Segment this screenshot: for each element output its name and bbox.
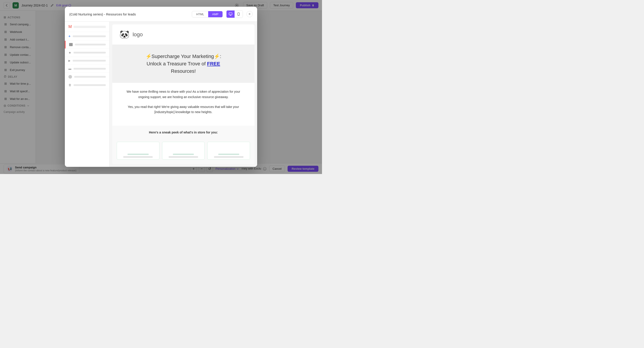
email-sneak-section: Here's a sneak peek of what's in store f…: [112, 126, 254, 139]
trash-icon: 🗑: [68, 83, 71, 87]
email-preview-panel: 🐼 logo ⚡Supercharge Your Marketing⚡: Unl…: [110, 22, 257, 167]
item-text-bar-4: [73, 60, 106, 62]
modal-body: M + ★ ▶: [65, 22, 257, 167]
email-body-paragraph-1: We have some thrilling news to share wit…: [121, 89, 246, 100]
email-client-item-trash[interactable]: 🗑: [65, 81, 109, 89]
card-3-bar-1: [218, 154, 239, 155]
email-sneak-title: Here's a sneak peek of what's in store f…: [120, 130, 247, 134]
document-icon: ▬: [68, 67, 71, 70]
view-controls: [226, 10, 243, 18]
email-body-section: We have some thrilling news to share wit…: [112, 83, 254, 126]
gmail-header-row: M: [65, 22, 109, 32]
tab-amp[interactable]: AMP: [208, 11, 222, 17]
item-text-bar-2: [75, 44, 106, 46]
star-icon: ★: [68, 51, 71, 54]
tab-html[interactable]: HTML: [192, 11, 208, 17]
email-cards-row: [112, 139, 254, 164]
email-card-1: [117, 142, 160, 160]
send-arrow-icon: ▶: [68, 59, 70, 62]
email-subject-bar: [74, 26, 106, 28]
email-client-item-starred[interactable]: ★: [65, 49, 109, 57]
mobile-icon: [238, 13, 240, 16]
format-tab-group: HTML AMP: [192, 11, 223, 18]
google-plus-icon: +: [68, 34, 70, 38]
email-client-panel: M + ★ ▶: [65, 22, 110, 167]
email-content: 🐼 logo ⚡Supercharge Your Marketing⚡: Unl…: [112, 24, 254, 164]
email-client-item-sent[interactable]: ▶: [65, 57, 109, 65]
email-hero-section: ⚡Supercharge Your Marketing⚡: Unlock a T…: [112, 45, 254, 83]
email-card-3: [207, 142, 250, 160]
item-text-bar-5: [74, 68, 106, 70]
modal-header: (Cold Nurturing series) - Resources for …: [65, 7, 257, 22]
desktop-icon: [229, 13, 232, 16]
modal-close-button[interactable]: ×: [246, 11, 253, 17]
card-2-bar-1: [173, 154, 194, 155]
card-2-bar-2: [168, 156, 198, 158]
email-client-item-googleplus[interactable]: +: [65, 32, 109, 41]
gmail-icon: M: [68, 24, 72, 29]
modal-overlay: (Cold Nurturing series) - Resources for …: [0, 0, 322, 174]
email-client-item-circle[interactable]: [65, 73, 109, 81]
item-text-bar-6: [74, 76, 106, 78]
email-logo-row: 🐼 logo: [112, 24, 254, 45]
email-client-item-drafts[interactable]: ▬: [65, 65, 109, 73]
item-text-bar-3: [74, 52, 106, 54]
mobile-view-button[interactable]: [234, 11, 242, 18]
email-client-item-active[interactable]: [65, 41, 109, 49]
svg-rect-5: [229, 13, 232, 15]
card-1-bar-2: [123, 156, 153, 158]
item-text-bar: [73, 35, 106, 37]
logo-text: logo: [132, 31, 143, 38]
square-icon: [69, 43, 73, 46]
panda-logo-icon: 🐼: [120, 30, 130, 39]
desktop-view-button[interactable]: [226, 11, 234, 18]
svg-point-7: [238, 15, 239, 15]
email-hero-title: ⚡Supercharge Your Marketing⚡: Unlock a T…: [120, 53, 247, 75]
card-1-bar-1: [128, 154, 148, 155]
email-body-paragraph-2: Yes, you read that right! We're giving a…: [121, 104, 246, 115]
card-3-bar-2: [214, 156, 244, 158]
free-link[interactable]: FREE: [207, 61, 220, 67]
email-card-2: [162, 142, 205, 160]
modal-title: (Cold Nurturing series) - Resources for …: [69, 12, 188, 16]
email-preview-modal: (Cold Nurturing series) - Resources for …: [65, 7, 257, 167]
circle-icon: [68, 75, 72, 79]
item-text-bar-7: [74, 84, 106, 86]
